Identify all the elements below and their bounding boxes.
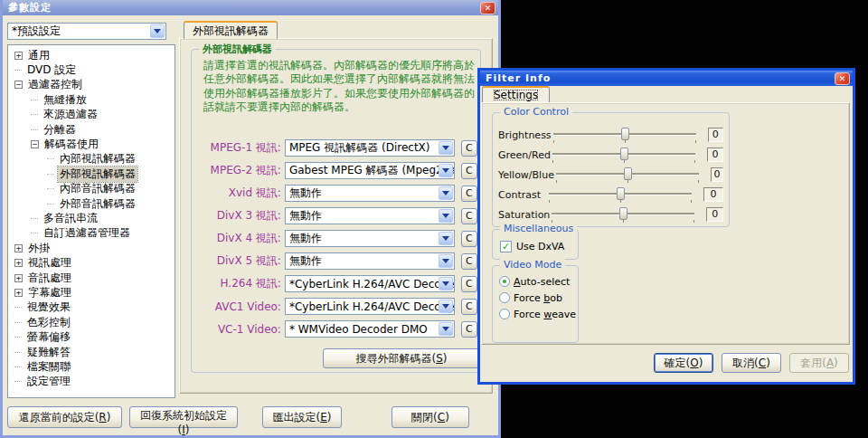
contrast-slider[interactable] — [549, 187, 692, 202]
slider-thumb[interactable] — [621, 128, 629, 140]
tree-item[interactable]: −過濾器控制 — [10, 78, 173, 92]
tree-item[interactable]: +音訊處理 — [10, 271, 173, 285]
decoder-label: AVC1 Video: — [199, 300, 281, 313]
chevron-down-icon[interactable] — [439, 322, 453, 336]
tree-item[interactable]: 疑難解答 — [10, 345, 173, 359]
configure-button[interactable]: C — [461, 163, 477, 179]
cancel-button[interactable]: 取消(C) — [722, 353, 781, 373]
close-icon[interactable]: ✕ — [835, 72, 850, 85]
divx3-video-select[interactable]: 無動作 — [285, 207, 455, 224]
expand-plus-icon[interactable]: + — [14, 274, 23, 282]
close-button[interactable]: 關閉(C) — [392, 406, 469, 428]
force-weave-radio[interactable]: Force weave — [499, 308, 576, 320]
tree-connector — [47, 174, 54, 175]
chevron-down-icon[interactable] — [439, 254, 453, 268]
expand-plus-icon[interactable]: + — [14, 52, 23, 60]
restore-defaults-button[interactable]: 回復系統初始設定(I) — [129, 406, 238, 428]
tree-item[interactable]: 設定管理 — [10, 375, 173, 389]
chevron-down-icon[interactable] — [439, 209, 453, 223]
tree-item[interactable]: 檔案關聯 — [10, 359, 173, 374]
checkbox-check-icon[interactable]: ✓ — [500, 241, 512, 252]
preset-select[interactable]: *預設設定 — [7, 23, 166, 40]
tree-item[interactable]: 無縫播放 — [10, 92, 173, 107]
restore-current-settings-button[interactable]: 還原當前的設定(R) — [7, 406, 122, 428]
saturation-value: 0 — [706, 207, 723, 222]
configure-button[interactable]: C — [461, 208, 477, 224]
slider-thumb[interactable] — [619, 207, 627, 220]
configure-button[interactable]: C — [461, 253, 477, 270]
radio-icon[interactable] — [499, 292, 510, 303]
tab-external-video-decoder[interactable]: 外部視訊解碼器 — [184, 21, 278, 39]
close-icon[interactable]: ✕ — [480, 2, 495, 14]
tree-item[interactable]: 分離器 — [10, 122, 173, 137]
tree-item[interactable]: 多音訊串流 — [10, 211, 173, 225]
chevron-down-icon[interactable] — [439, 186, 453, 200]
configure-button[interactable]: C — [461, 299, 477, 315]
tree-item[interactable]: 視覺效果 — [10, 300, 173, 315]
vc1-video-select[interactable]: * WMVideo Decoder DMO — [285, 320, 455, 338]
configure-button[interactable]: C — [461, 186, 477, 202]
tree-item-label: 檔案關聯 — [25, 359, 72, 375]
expand-plus-icon[interactable]: + — [14, 244, 23, 252]
green-red-slider[interactable] — [552, 148, 695, 162]
ok-button[interactable]: 確定(O) — [654, 353, 713, 373]
configure-button[interactable]: C — [461, 231, 477, 247]
mpeg2-video-select[interactable]: Gabest MPEG 解碼器 (Mpeg2DecFilter.a — [285, 162, 455, 179]
divx4-video-select[interactable]: 無動作 — [285, 230, 455, 247]
tree-item[interactable]: 色彩控制 — [10, 315, 173, 329]
tree-item[interactable]: DVD 設定 — [10, 62, 173, 77]
tree-item[interactable]: +通用 — [10, 48, 173, 62]
expand-plus-icon[interactable]: + — [14, 259, 23, 267]
yellow-blue-slider[interactable] — [556, 167, 699, 182]
chevron-down-icon[interactable] — [439, 300, 453, 313]
decoder-row: DivX 4 視訊: 無動作 C — [199, 227, 477, 250]
tree-item[interactable]: 內部視訊解碼器 — [10, 152, 173, 167]
avc1-video-select[interactable]: *CyberLink H.264/AVC Decoder (PDVI — [285, 298, 455, 315]
xvid-video-select[interactable]: 無動作 — [285, 185, 455, 202]
chevron-down-icon[interactable] — [439, 141, 453, 155]
search-external-decoders-button[interactable]: 搜尋外部解碼器(S) — [323, 348, 480, 368]
h264-video-select[interactable]: *CyberLink H.264/AVC Decoder (PDVI — [285, 275, 455, 292]
filter-info-dialog: Filter Info ✕ Settings Color Control Bri… — [477, 68, 855, 385]
chevron-down-icon[interactable] — [150, 24, 165, 38]
collapse-minus-icon[interactable]: − — [14, 81, 23, 89]
tab-settings[interactable]: Settings — [482, 86, 550, 102]
chevron-down-icon[interactable] — [439, 277, 453, 290]
configure-button[interactable]: C — [461, 321, 477, 338]
tree-item[interactable]: +視訊處理 — [10, 255, 173, 270]
radio-selected-icon[interactable] — [499, 276, 510, 287]
configure-button[interactable]: C — [461, 140, 477, 157]
radio-icon[interactable] — [499, 309, 510, 319]
mpeg1-video-select[interactable]: MPEG 視訊解碼器 (DirectX) — [285, 139, 455, 157]
brightness-slider[interactable] — [553, 128, 696, 142]
tree-item[interactable]: 內部音訊解碼器 — [10, 182, 173, 196]
tree-item[interactable]: +外掛 — [10, 241, 173, 255]
export-settings-button[interactable]: 匯出設定(E) — [262, 406, 342, 428]
tree-item-label: 通用 — [26, 48, 52, 63]
slider-thumb[interactable] — [624, 167, 632, 180]
expand-plus-icon[interactable]: + — [14, 289, 23, 297]
tree-item[interactable]: 外部音訊解碼器 — [10, 196, 173, 211]
slider-thumb[interactable] — [620, 148, 628, 160]
decoder-label: H.264 視訊: — [199, 276, 281, 291]
divx5-video-select[interactable]: 無動作 — [285, 252, 455, 270]
force-bob-radio[interactable]: Force bob — [499, 291, 576, 304]
collapse-minus-icon[interactable]: − — [31, 140, 39, 148]
tree-item[interactable]: 自訂過濾器管理器 — [10, 226, 173, 241]
saturation-slider[interactable] — [552, 207, 694, 222]
tree-item[interactable]: 螢幕偏移 — [10, 329, 173, 344]
chevron-down-icon[interactable] — [439, 164, 453, 177]
use-dxva-checkbox[interactable]: ✓ Use DxVA — [500, 241, 564, 252]
configure-button[interactable]: C — [461, 276, 477, 292]
title-bar[interactable]: Filter Info ✕ — [480, 71, 853, 86]
tree-item[interactable]: 來源過濾器 — [10, 108, 173, 122]
slider-thumb[interactable] — [617, 187, 625, 200]
tree-item[interactable]: −解碼器使用 — [10, 137, 173, 151]
auto-select-radio[interactable]: Auto-select — [499, 275, 576, 288]
tree-item-selected[interactable]: 外部視訊解碼器 — [10, 167, 173, 181]
apply-button[interactable]: 套用(A) — [789, 353, 849, 373]
tree-item-label: 外部視訊解碼器 — [58, 167, 137, 182]
title-bar[interactable]: 參數設定 ✕ — [3, 0, 498, 15]
tree-item[interactable]: +字幕處理 — [10, 285, 173, 300]
chevron-down-icon[interactable] — [439, 232, 453, 245]
